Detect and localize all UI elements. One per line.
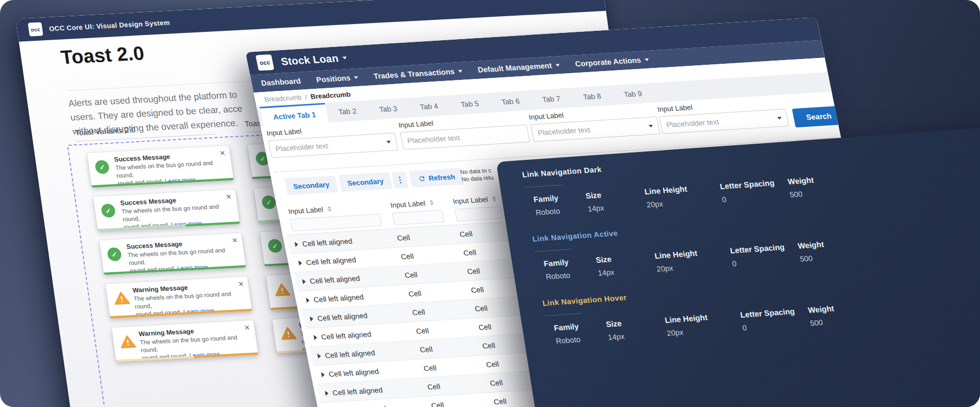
close-icon[interactable]: × <box>226 192 232 202</box>
close-icon[interactable]: × <box>231 235 238 246</box>
close-icon[interactable]: × <box>219 148 226 158</box>
check-circle: ✓ <box>107 247 122 261</box>
spec-value-line-height: 20px <box>646 200 664 209</box>
select-input[interactable]: Placeholder text <box>659 109 789 134</box>
app-switcher[interactable]: Stock Loan <box>280 52 348 67</box>
filter-group-1: Input LabelPlaceholder text <box>266 122 398 158</box>
sort-icon[interactable] <box>327 206 332 212</box>
spec-value-family: Roboto <box>545 271 571 281</box>
tab-tab-6[interactable]: Tab 6 <box>488 90 533 112</box>
filter-group-3: Input LabelPlaceholder text <box>528 106 660 142</box>
cell-label: Cell <box>470 285 485 294</box>
cell-label: Cell <box>427 382 441 391</box>
column-filter-input[interactable] <box>455 206 503 222</box>
placeholder-text: Placeholder text <box>537 125 591 137</box>
cell-label: Cell <box>489 378 503 387</box>
nav-item-positions[interactable]: Positions <box>315 73 359 84</box>
tab-tab-9[interactable]: Tab 9 <box>610 83 655 105</box>
expand-row-icon[interactable] <box>294 241 299 247</box>
nav-item-default-management[interactable]: Default Management <box>477 61 561 74</box>
chevron-down-icon <box>777 117 783 122</box>
filter-group-4: Input LabelPlaceholder text <box>657 98 789 134</box>
nav-item-label: Default Management <box>477 61 553 74</box>
search-button[interactable]: Search <box>792 106 846 127</box>
tab-tab-4[interactable]: Tab 4 <box>407 96 452 118</box>
tab-active-tab-1[interactable]: Active Tab 1 <box>259 103 329 126</box>
chevron-down-icon <box>648 125 654 130</box>
select-input[interactable]: Placeholder text <box>268 133 398 158</box>
sort-icon[interactable] <box>491 196 497 201</box>
secondary-button-1[interactable]: Secondary <box>284 176 338 195</box>
select-input[interactable]: Placeholder text <box>530 117 660 142</box>
expand-row-icon[interactable] <box>302 278 306 284</box>
breadcrumb-separator: / <box>304 93 308 101</box>
expand-row-icon[interactable] <box>321 371 325 377</box>
spec-header-line-height: Line Height <box>644 184 688 196</box>
nav-item-dashboard[interactable]: Dashboard <box>261 77 302 87</box>
column-filter-input[interactable] <box>392 210 445 226</box>
text-input[interactable]: Placeholder text <box>400 124 530 149</box>
expand-row-icon[interactable] <box>317 353 321 358</box>
chevron-down-icon <box>386 141 392 145</box>
spec-header-line-height: Line Height <box>654 249 698 261</box>
placeholder-text: Placeholder text <box>666 118 719 129</box>
cell-label: Cell left aligned <box>324 348 376 360</box>
tab-tab-8[interactable]: Tab 8 <box>570 85 615 107</box>
spec-value-size: 14px <box>597 268 615 277</box>
secondary-button-2[interactable]: Secondary <box>338 172 392 192</box>
expand-row-icon[interactable] <box>310 316 314 321</box>
occ-logo-icon: occ <box>28 22 43 36</box>
expand-row-icon[interactable] <box>298 260 302 265</box>
nav-item-label: Positions <box>315 74 351 84</box>
cell-label: Cell left aligned <box>313 293 364 304</box>
type-section-divider <box>524 184 562 188</box>
expand-row-icon[interactable] <box>325 390 329 396</box>
check-circle: ✓ <box>267 239 283 253</box>
toast-success: ×✓Success MessageThe wheels on the bus g… <box>87 146 234 188</box>
spec-header-line-height: Line Height <box>664 313 708 325</box>
overflow-menu-button[interactable]: ⋮ <box>392 171 408 189</box>
cell-label: Cell left aligned <box>336 404 387 407</box>
nav-item-corporate-actions[interactable]: Corporate Actions <box>574 55 650 68</box>
refresh-icon <box>418 175 427 182</box>
spec-header-weight: Weight <box>787 176 814 186</box>
close-icon[interactable]: × <box>238 279 244 289</box>
expand-row-icon[interactable] <box>306 297 310 303</box>
spec-value-weight: 500 <box>809 318 823 328</box>
success-check-icon: ✓ <box>95 160 110 174</box>
sort-icon[interactable] <box>429 200 434 205</box>
refresh-button[interactable]: Refresh <box>409 168 464 188</box>
spec-value-line-height: 20px <box>656 264 674 273</box>
placeholder-text: Placeholder text <box>275 142 328 153</box>
check-circle: ✓ <box>261 195 277 209</box>
cell-label: Cell <box>463 248 477 257</box>
occ-logo-icon: occ <box>255 54 274 71</box>
toast-warning: ×Warning MessageThe wheels on the bus go… <box>112 320 258 362</box>
close-icon[interactable]: × <box>244 322 251 333</box>
cell-label: Cell <box>474 304 488 312</box>
chevron-down-icon <box>644 59 650 63</box>
check-circle: ✓ <box>101 204 116 218</box>
column-header-label: Input Label <box>288 205 324 215</box>
tab-tab-2[interactable]: Tab 2 <box>325 100 370 122</box>
cell-label: Cell left aligned <box>301 237 353 248</box>
kebab-icon: ⋮ <box>395 175 405 184</box>
spec-value-letter-spacing: 0 <box>731 259 737 268</box>
tab-tab-5[interactable]: Tab 5 <box>447 93 492 115</box>
spec-value-letter-spacing: 0 <box>722 195 727 203</box>
nav-item-trades-transactions[interactable]: Trades & Transactions <box>373 67 463 80</box>
spec-value-size: 14px <box>587 204 605 213</box>
column-header-label: Input Label <box>452 195 489 205</box>
chevron-down-icon <box>342 56 347 61</box>
nav-item-label: Trades & Transactions <box>373 67 455 80</box>
breadcrumb-parent[interactable]: Breadcrumb <box>264 93 302 103</box>
cell-label: Cell <box>481 341 495 350</box>
cell-label: Cell <box>419 345 433 354</box>
column-header-label: Input Label <box>389 199 426 209</box>
tab-tab-3[interactable]: Tab 3 <box>366 98 411 120</box>
tab-tab-7[interactable]: Tab 7 <box>529 88 574 110</box>
spec-header-letter-spacing: Letter Spacing <box>719 178 775 191</box>
warning-triangle-icon <box>113 290 131 307</box>
chevron-down-icon <box>555 64 560 68</box>
expand-row-icon[interactable] <box>313 334 317 340</box>
